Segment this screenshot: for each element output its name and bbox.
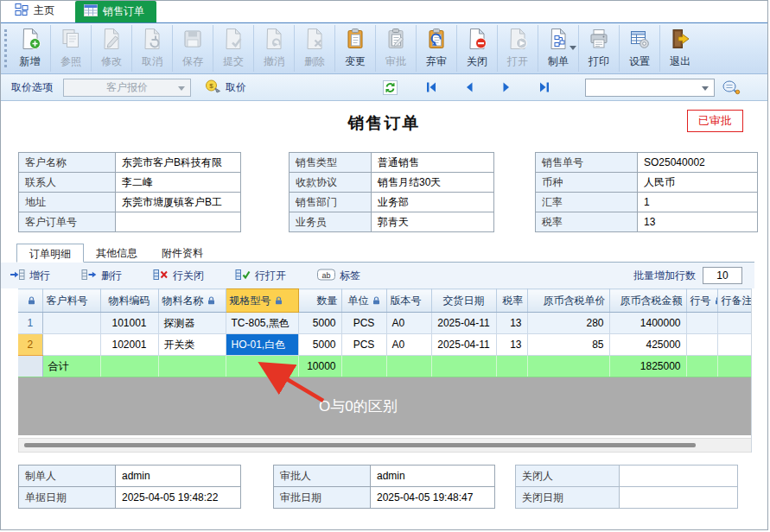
grid-cell[interactable]: 425000 [609,334,686,356]
grid-cell[interactable]: 2025-04-11 [431,313,496,334]
column-header-row-select[interactable] [18,289,42,313]
new-button[interactable]: 新增 [10,25,50,72]
save-icon [181,28,204,53]
grid-cell[interactable]: A0 [386,334,431,356]
grid-cell[interactable]: 探测器 [158,313,226,334]
column-header-客户料号[interactable]: 客户料号 [42,289,100,313]
grid-cell[interactable]: 102001 [100,334,158,356]
row-del-button[interactable]: 删行 [81,269,122,283]
column-header-交货日期[interactable]: 交货日期 [431,289,496,313]
total-row-number-cell [18,356,42,377]
order-field-group-value[interactable]: SO25040002 [638,153,758,173]
batch-add-label: 批量增加行数 [633,269,696,283]
grid-cell[interactable] [717,313,752,334]
last-record-button[interactable] [538,81,551,93]
customer-field-group-value[interactable]: 东莞市塘厦镇客户B工 [116,193,241,212]
sales-field-group-value[interactable]: 业务部 [372,193,494,212]
customer-field-group-value[interactable]: 李二峰 [116,173,241,193]
grid-cell[interactable]: A0 [386,313,431,334]
tag-button[interactable]: ab标签 [317,269,360,283]
sales-field-group-value[interactable]: 销售月结30天 [372,173,494,193]
tab-other-info[interactable]: 其他信息 [84,244,150,263]
refer-icon [60,28,82,53]
row-close-button[interactable]: 行关闭 [153,269,204,283]
get-price-button[interactable]: $ 取价 [205,79,246,96]
column-header-原币含税金额[interactable]: 原币含税金额 [609,289,686,313]
change-button[interactable]: 变更 [334,25,375,72]
settings-button[interactable]: 设置 [619,25,659,72]
row-open-button[interactable]: 行打开 [235,269,286,283]
column-header-原币含税单价[interactable]: 原币含税单价 [527,289,609,313]
row-number-cell[interactable]: 1 [18,313,42,334]
column-header-版本号[interactable]: 版本号 [386,289,431,313]
grid-cell[interactable]: 开关类 [158,334,226,356]
svg-text:ab: ab [321,270,330,279]
grid-cell[interactable]: 85 [527,334,609,356]
grid-cell[interactable]: TC-805,黑色 [226,313,298,334]
next-record-button[interactable] [500,81,512,93]
row-add-button[interactable]: 增行 [10,269,50,283]
grid-cell[interactable] [686,313,717,334]
grid-cell[interactable]: 13 [496,313,527,334]
grid-cell[interactable]: 101001 [100,313,158,334]
column-header-行号[interactable]: 行号 [686,289,717,313]
tab-order-detail[interactable]: 订单明细 [16,244,84,263]
customer-field-group-value[interactable]: 东莞市客户B科技有限 [116,153,241,173]
sales-field-group-value[interactable]: 普通销售 [372,153,494,173]
column-header-税率[interactable]: 税率 [496,289,527,313]
order-field-group-value[interactable]: 1 [638,193,758,212]
scrollbar-thumb[interactable] [24,443,696,447]
grid-cell[interactable]: 280 [527,313,609,334]
column-header-数量[interactable]: 数量 [298,289,341,313]
make-button[interactable]: 制单 [538,25,578,72]
grid-cell[interactable]: 13 [496,334,527,356]
tab-attachments[interactable]: 附件资料 [150,244,215,263]
close-button[interactable]: 关闭 [456,25,497,72]
creator-field-group-value: 2025-04-05 19:48:22 [116,487,241,509]
grid-cell[interactable] [717,334,752,356]
grid-cell[interactable]: 2025-04-11 [431,334,496,356]
column-header-规格型号[interactable]: 规格型号 [226,289,298,313]
row-open-icon [235,269,251,283]
grid-cell[interactable]: 1400000 [609,313,686,334]
column-header-物料名称[interactable]: 物料名称 [158,289,226,313]
print-button[interactable]: 打印 [578,25,619,72]
customer-field-group-value[interactable] [116,212,241,232]
total-cell [158,356,226,377]
batch-add-input[interactable] [703,267,742,284]
grid-cell[interactable]: PCS [341,334,386,356]
sales-field-group-label: 收款协议 [290,173,372,193]
column-header-行备注[interactable]: 行备注 [717,289,752,313]
chevron-down-icon[interactable] [570,46,576,50]
previous-record-button[interactable] [463,81,475,93]
selected-grid-cell[interactable]: HO-01,白色 [226,334,298,356]
grid-cell[interactable]: 5000 [298,334,341,356]
make-button-label: 制单 [548,54,569,69]
row-number-cell[interactable]: 2 [18,334,42,356]
grid-cell[interactable]: PCS [341,313,386,334]
search-icon[interactable] [722,79,741,95]
horizontal-scrollbar[interactable] [18,438,752,453]
delete-button: 删除 [294,25,334,72]
order-field-group-value[interactable]: 人民币 [638,173,758,193]
grid-cell[interactable] [42,313,100,334]
grid-cell[interactable]: 5000 [298,313,341,334]
unapprove-button[interactable]: 弃审 [416,25,456,72]
tab-home[interactable]: 主页 [8,0,63,22]
column-header-label: 物料名称 [162,294,204,307]
sales-field-group-value[interactable]: 郭青天 [372,212,494,232]
order-field-group-value[interactable]: 13 [638,212,758,232]
exit-button[interactable]: 退出 [659,25,700,72]
first-record-button[interactable] [424,81,438,93]
tab-sales-order[interactable]: 销售订单 [75,1,156,22]
column-header-单位[interactable]: 单位 [341,289,386,313]
grid-cell[interactable] [42,334,100,356]
refresh-icon[interactable] [383,80,398,95]
closer-field-group: 关闭人关闭日期 [515,465,738,509]
column-header-物料编码[interactable]: 物料编码 [100,289,158,313]
toolbar-drag-handle[interactable] [4,29,9,67]
total-cell [431,356,496,377]
record-filter-combo[interactable] [585,79,715,97]
grid-cell[interactable] [686,334,717,356]
total-row: 合计100001825000 [18,356,752,377]
